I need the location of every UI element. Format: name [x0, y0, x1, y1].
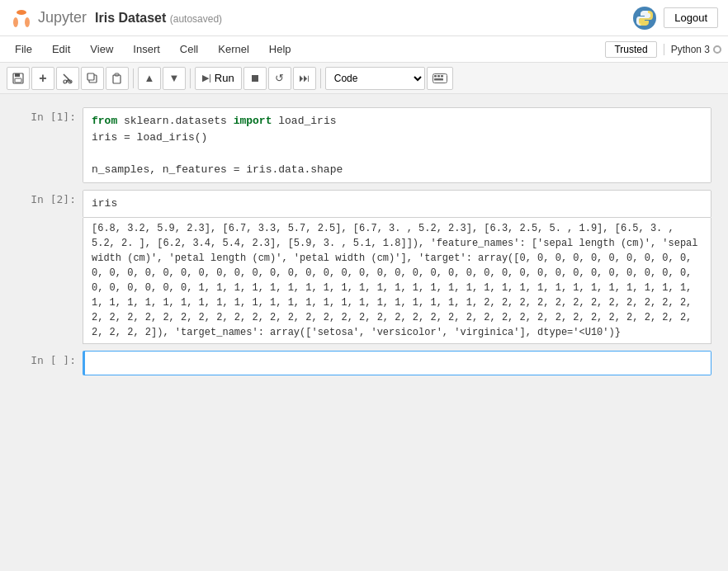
svg-rect-17 — [441, 75, 443, 78]
stop-icon — [251, 74, 259, 83]
svg-rect-13 — [252, 75, 258, 82]
cell-2-output-content[interactable]: [6.8, 3.2, 5.9, 2.3], [6.7, 3.3, 5.7, 2.… — [83, 218, 711, 343]
paste-button[interactable] — [106, 67, 129, 90]
run-label: Run — [215, 72, 234, 84]
empty-cell-content[interactable] — [83, 351, 711, 375]
svg-rect-16 — [437, 75, 440, 78]
cell-type-select[interactable]: Code Markdown Raw NBConvert Heading — [325, 67, 425, 90]
cell-2-content[interactable]: iris — [83, 190, 711, 218]
copy-icon — [87, 73, 98, 84]
keyboard-shortcuts-button[interactable] — [427, 67, 453, 90]
cell-2: In [2]: iris [6.8, 3.2, 5.9, 2.3], [6.7,… — [17, 190, 711, 344]
menubar: File Edit View Insert Cell Kernel Help T… — [0, 36, 728, 63]
header-left: Jupyter Iris Dataset (autosaved) — [10, 7, 222, 30]
menubar-right: Trusted Python 3 — [605, 41, 721, 58]
autosaved-label: (autosaved) — [170, 13, 222, 25]
fast-forward-icon: ⏭ — [299, 72, 310, 84]
restart-button[interactable]: ↺ — [268, 67, 291, 90]
add-cell-button[interactable]: + — [31, 67, 54, 90]
menu-help[interactable]: Help — [261, 40, 300, 59]
cut-icon — [62, 73, 73, 84]
empty-cell-input[interactable] — [85, 352, 711, 375]
cell-2-output: [6.8, 3.2, 5.9, 2.3], [6.7, 3.3, 5.7, 2.… — [83, 218, 711, 344]
toolbar-separator-2 — [190, 68, 191, 88]
run-icon: ▶| — [202, 73, 211, 83]
copy-button[interactable] — [81, 67, 104, 90]
plus-icon: + — [39, 71, 46, 86]
svg-rect-15 — [434, 75, 437, 78]
svg-point-0 — [17, 10, 26, 15]
cell-1-content[interactable]: from sklearn.datasets import load_iris i… — [83, 107, 711, 183]
empty-cell: In [ ]: — [17, 351, 711, 375]
paste-icon — [111, 73, 123, 84]
jupyter-logo-icon — [10, 7, 33, 30]
jupyter-brand-text: Jupyter — [38, 9, 87, 26]
restart-run-button[interactable]: ⏭ — [293, 67, 316, 90]
menu-view[interactable]: View — [82, 40, 121, 59]
move-up-button[interactable]: ▲ — [138, 67, 161, 90]
menu-cell[interactable]: Cell — [172, 40, 206, 59]
menu-file[interactable]: File — [7, 40, 40, 59]
empty-cell-prompt: In [ ]: — [17, 351, 83, 366]
jupyter-logo: Jupyter — [10, 7, 87, 30]
python-icon — [632, 6, 657, 31]
svg-rect-6 — [15, 78, 21, 83]
interrupt-button[interactable] — [243, 67, 267, 90]
logout-button[interactable]: Logout — [664, 7, 718, 28]
notebook-title[interactable]: Iris Dataset (autosaved) — [95, 11, 222, 26]
svg-point-1 — [13, 17, 18, 27]
svg-point-2 — [25, 17, 30, 27]
svg-rect-18 — [434, 78, 443, 81]
arrow-down-icon: ▼ — [169, 72, 180, 84]
menu-insert[interactable]: Insert — [125, 40, 168, 59]
header: Jupyter Iris Dataset (autosaved) Logout — [0, 0, 728, 36]
svg-rect-10 — [87, 73, 94, 80]
menu-edit[interactable]: Edit — [44, 40, 78, 59]
cell-1: In [1]: from sklearn.datasets import loa… — [17, 107, 711, 183]
trusted-button[interactable]: Trusted — [605, 41, 656, 58]
cell-2-container: iris [6.8, 3.2, 5.9, 2.3], [6.7, 3.3, 5.… — [83, 190, 711, 344]
save-icon — [12, 73, 24, 84]
save-button[interactable] — [7, 67, 30, 90]
cell-2-input[interactable]: iris — [83, 191, 711, 217]
run-button[interactable]: ▶| Run — [195, 67, 242, 90]
svg-rect-5 — [15, 73, 20, 77]
arrow-up-icon: ▲ — [144, 72, 155, 84]
kernel-status-circle — [713, 45, 721, 54]
restart-icon: ↺ — [275, 72, 284, 84]
cell-2-prompt: In [2]: — [17, 190, 83, 205]
notebook-area: In [1]: from sklearn.datasets import loa… — [0, 94, 728, 548]
svg-point-7 — [64, 80, 67, 83]
keyboard-icon — [433, 73, 447, 83]
cell-1-prompt: In [1]: — [17, 107, 83, 123]
toolbar-separator-1 — [133, 68, 134, 88]
header-right: Logout — [632, 6, 718, 31]
kernel-info: Python 3 — [664, 44, 721, 55]
toolbar-separator-3 — [320, 68, 321, 88]
menu-kernel[interactable]: Kernel — [210, 40, 258, 59]
menubar-left: File Edit View Insert Cell Kernel Help — [7, 40, 300, 59]
cut-button[interactable] — [56, 67, 79, 90]
cell-1-input[interactable]: from sklearn.datasets import load_iris i… — [83, 108, 711, 182]
kernel-name-label: Python 3 — [671, 44, 710, 55]
toolbar: + ▲ ▼ ▶| Run ↺ ⏭ — [0, 63, 728, 94]
move-down-button[interactable]: ▼ — [163, 67, 186, 90]
